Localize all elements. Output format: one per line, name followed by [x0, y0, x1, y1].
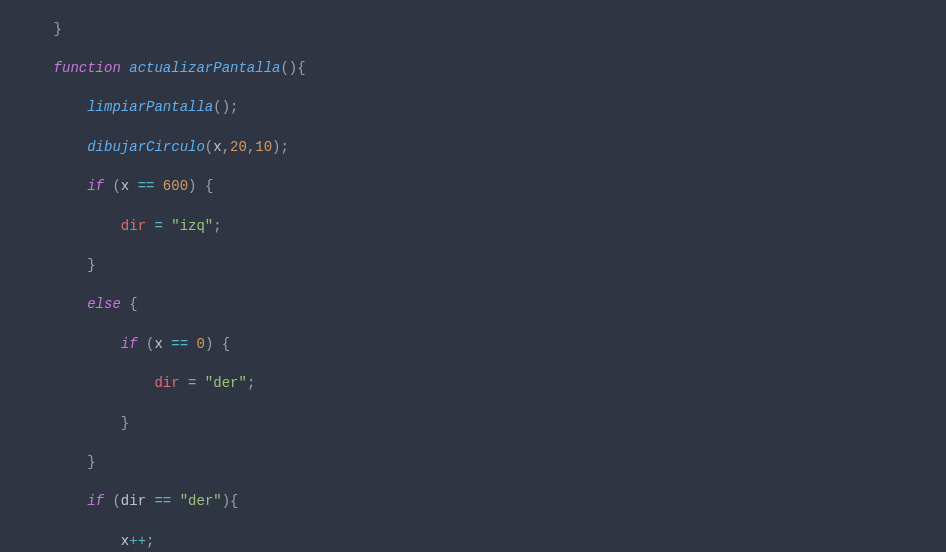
code-line: else {	[20, 295, 946, 315]
code-line: dir = "der";	[20, 374, 946, 394]
code-line: x++;	[20, 532, 946, 552]
code-line: dibujarCirculo(x,20,10);	[20, 138, 946, 158]
code-line: if (dir == "der"){	[20, 492, 946, 512]
code-line: limpiarPantalla();	[20, 98, 946, 118]
code-line: }	[20, 256, 946, 276]
code-line: }	[20, 20, 946, 40]
code-line: if (x == 600) {	[20, 177, 946, 197]
code-line: }	[20, 414, 946, 434]
code-line: if (x == 0) {	[20, 335, 946, 355]
code-line: function actualizarPantalla(){	[20, 59, 946, 79]
code-editor[interactable]: } function actualizarPantalla(){ limpiar…	[0, 0, 946, 552]
code-line: }	[20, 453, 946, 473]
code-line: dir = "izq";	[20, 217, 946, 237]
